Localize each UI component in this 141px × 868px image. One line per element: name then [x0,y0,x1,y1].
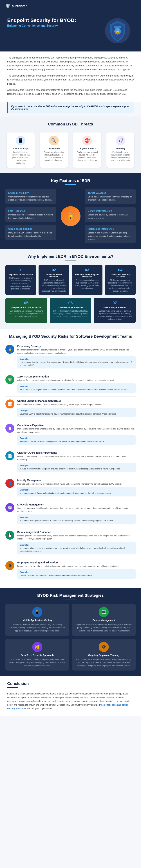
edr-underline [65,184,76,185]
edr-left: Endpoint Visibility Offers comprehensive… [5,189,56,243]
risk-card-2: 🔐 Zero Trust Security Approach Build a z… [5,639,69,671]
phishing-desc: Email attacks entice individuals on pers… [109,151,132,162]
example-text-8: Conduct quarterly simulations to test em… [20,574,133,577]
intro-p1: The significant shifts in our work metho… [7,56,134,72]
why-underline [65,260,76,260]
malicious-apps-icon: 📱 [18,138,23,143]
edr-feature-behavioral: Behavioral Protection Shields end device… [85,207,136,222]
divider-2 [5,421,136,421]
managing-item-7: 💾 Data Management Guidance Provide guide… [5,531,136,554]
hero-image: 🔒 [102,17,134,44]
edr-insight-desc: Utilizes AI and machine learning to gain… [88,231,133,241]
example-label-6: Example: [20,516,133,519]
edr-response-title: Fast Response [8,210,53,212]
managing-icon-0: 🔒 [5,345,15,354]
svg-rect-3 [114,26,121,28]
threat-card-targeted-attacks: 🎯 Targeted Attacks Employees using perso… [73,132,101,167]
example-text-6: Implement management software to detect … [20,519,133,522]
edr-section: Key Features of EDR Endpoint Visibility … [0,173,141,249]
example-label-1: Example: [20,385,133,388]
risk-card-3: 🎓 Ongoing Employee Training Conduct regu… [72,639,136,671]
device-loss-icon-circle: 🔍 [49,136,59,146]
edr-database-title: Threat Database [88,191,133,194]
managing-icon-5: 👤 [5,479,15,488]
why-card-4: 04 Consistent Security Measures EDR ensu… [105,265,136,295]
managing-body-3: Compliance Expertise Demonstrate complia… [17,424,136,445]
highlight-box: If you want to understand how EDR enhanc… [7,102,134,113]
phishing-icon: 🎣 [118,138,123,143]
managing-section: Managing BYOD Security Risks for Softwar… [0,329,141,588]
managing-body-8: Employee Training and Education Design a… [17,561,136,579]
managing-icon-3: 📋 [5,424,15,433]
edr-center-circle: 🔒 [61,206,81,226]
edr-title: Key Features of EDR [5,178,136,183]
edr-response-desc: Provides real-time responses to threats,… [8,213,53,220]
why-num-3: 03 [74,268,100,272]
hero-content: Endpoint Security for BYOD: Balancing Co… [7,17,102,30]
why-card-3: 03 Real-time Monitoring and Response Con… [72,265,103,295]
managing-item-4: 📄 Clear BYOD Policies/Agreements Devise … [5,451,136,472]
risk-icon-3: 🎓 [99,642,109,652]
device-loss-desc: Devices get misplaced or stolen, putting… [43,151,65,162]
example-text-4: Include a directive with each policy ens… [20,467,133,470]
managing-title-0: Enhancing Security [17,345,136,348]
managing-item-2: 📊 Unified Endpoint Management (UEM) Reco… [5,399,136,417]
intro-p3: Additionally, this requires a new securi… [7,88,134,96]
example-label-0: Example: [20,358,133,360]
managing-body-2: Unified Endpoint Management (UEM) Recomm… [17,399,136,417]
conclusion-underline [7,687,18,688]
managing-title-6: Lifecycle Management [17,503,136,506]
edr-feature-cloud: Cloud-based Solution Many modern EDR sol… [5,225,56,240]
edr-feature-response: Fast Response Provides real-time respons… [5,207,56,222]
risk-icon-0: 📱 [32,607,42,617]
managing-body-6: Lifecycle Management Supervise managing … [17,503,136,524]
edr-cloud-desc: Many modern EDR solutions connect to the… [8,231,53,238]
edr-database-desc: Offers detailed information on threats i… [88,195,133,202]
why-num-4: 04 [108,268,133,272]
managing-icon-1: 🛡️ [5,375,15,384]
edr-center-visual: 🔒 [60,189,81,243]
why-title-3: Real-time Monitoring and Response [74,273,100,278]
targeted-attacks-icon-circle: 🎯 [82,136,92,146]
why-title-2: Advanced Threat Detection [41,273,67,278]
why-title-5: Compliance and Data Protection [8,306,45,309]
risk-title-3: Ongoing Employee Training [75,654,133,656]
divider-1 [5,396,136,397]
why-num-2: 02 [41,268,67,272]
risk-desc-0: Thoroughly evaluate, vet applications th… [8,623,66,632]
example-box-4: Example: Include a directive with each p… [17,463,136,472]
threats-grid: 📱 Malicious Apps Infected apps from unve… [5,132,136,167]
managing-desc-8: Design and deliver regular security trai… [17,565,136,568]
logo-text: puredome [12,4,27,8]
example-label-2: Example: [20,409,133,412]
managing-icon-4: 📄 [5,451,15,460]
conclusion-text-end: to fortify your digital assets. [27,707,53,710]
logo: 🛡️ puredome [5,4,27,8]
edr-visibility-title: Endpoint Visibility [8,191,53,194]
example-box-5: Example: Implementing multi-factor authe… [17,487,136,496]
why-desc-6: EDR performs sophisticated threat huntin… [52,310,89,318]
edr-right: Threat Database Offers detailed informat… [85,189,136,243]
edr-feature-visibility: Endpoint Visibility Offers comprehensive… [5,189,56,204]
why-title-7: User Privacy Protection [96,306,133,309]
threats-section: Common BYOD Threats 📱 Malicious Apps Inf… [0,117,141,173]
risk-icon-1: 💻 [99,607,109,617]
why-card-6: 06 Threat Hunting Capabilities EDR perfo… [50,298,91,323]
why-desc-3: Continuous monitoring spots data breache… [74,279,100,290]
managing-icon-8: 🎓 [5,561,15,570]
divider-7 [5,558,136,558]
shield-svg: 🔒 [104,17,131,44]
divider-5 [5,500,136,500]
why-title-4: Consistent Security Measures [108,273,133,278]
edr-behavioral-desc: Shields end devices by adapting to their… [88,213,133,220]
conclusion-title: Conclusion [7,681,134,686]
why-desc-7: EDR solutions strike a balance between o… [96,310,133,320]
managing-item-1: 🛡️ Zero Trust Implementation Advocate fo… [5,375,136,393]
why-top-grid: 01 Expanded Attack Surface BYOD environm… [5,265,136,295]
threat-card-phishing: 🎣 Phishing Email attacks entice individu… [107,132,134,167]
example-box-6: Example: Implement management software t… [17,515,136,524]
example-label-5: Example: [20,489,133,491]
managing-icon-2: 📊 [5,399,15,408]
risk-grid: 📱 Mobile Application Vetting Thoroughly … [5,604,136,671]
managing-desc-3: Demonstrate compliance understanding by … [17,427,136,434]
